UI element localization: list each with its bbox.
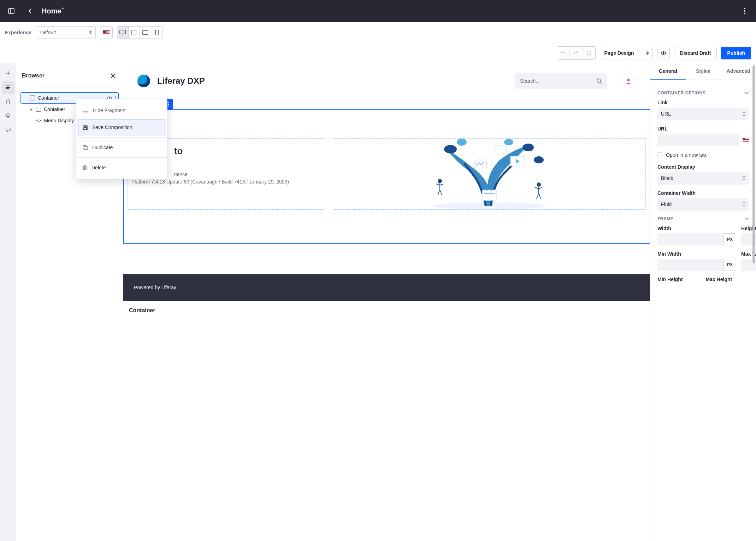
- properties-panel: General Styles Advanced CONTAINER OPTION…: [650, 63, 756, 541]
- save-icon: [82, 124, 88, 130]
- svg-point-38: [168, 102, 169, 103]
- element-tree: − Container + Container <> Menu Display: [16, 88, 123, 130]
- svg-point-46: [534, 156, 544, 163]
- undo-button[interactable]: [557, 47, 570, 59]
- close-icon[interactable]: [109, 71, 117, 80]
- search-icon: [596, 78, 602, 84]
- content-display-label: Content Display: [657, 164, 749, 170]
- max-height-label: Max Height: [706, 277, 749, 282]
- device-preview-group: [117, 26, 163, 39]
- canvas-footer: Powered by Liferay: [123, 274, 650, 301]
- svg-point-45: [504, 139, 513, 145]
- svg-point-51: [438, 179, 442, 183]
- search-input[interactable]: Search...: [515, 73, 607, 89]
- svg-rect-50: [482, 190, 496, 200]
- caret-icon: [743, 112, 745, 116]
- menu-duplicate[interactable]: Duplicate: [76, 139, 167, 156]
- code-icon: <>: [36, 118, 41, 123]
- unit-label[interactable]: PX: [723, 259, 736, 271]
- caret-icon: [743, 176, 745, 180]
- open-new-tab-checkbox[interactable]: Open in a new tab.: [657, 152, 749, 158]
- tab-advanced[interactable]: Advanced: [721, 63, 756, 80]
- svg-point-2: [744, 8, 745, 9]
- container-width-label: Container Width: [657, 190, 749, 196]
- experience-label: Experience: [5, 30, 31, 35]
- rail-browser-button[interactable]: [2, 81, 14, 94]
- url-label: URL: [657, 126, 749, 132]
- back-icon[interactable]: [26, 7, 35, 15]
- discard-draft-button[interactable]: Discard Draft: [674, 47, 717, 59]
- preview-button[interactable]: [657, 47, 670, 59]
- browser-panel: Browser − Container + Container: [16, 63, 123, 541]
- avatar[interactable]: [621, 74, 636, 88]
- svg-rect-17: [6, 128, 10, 131]
- copy-icon: [82, 145, 88, 150]
- hide-icon: [82, 108, 89, 113]
- width-input[interactable]: [657, 233, 723, 245]
- chevron-down-icon: [745, 217, 749, 220]
- device-tablet-button[interactable]: [129, 27, 140, 39]
- svg-point-39: [168, 104, 169, 105]
- canvas: Liferay DXP Search... Container Welcome …: [123, 63, 650, 541]
- history-button[interactable]: [583, 47, 595, 59]
- section-frame[interactable]: FRAME: [657, 216, 749, 221]
- device-phone-button[interactable]: [151, 27, 163, 39]
- properties-tabs: General Styles Advanced: [650, 63, 756, 80]
- context-menu: Hide Fragment Save Composition Duplicate: [76, 99, 167, 179]
- svg-point-4: [744, 13, 745, 14]
- section-container-options[interactable]: CONTAINER OPTIONS: [657, 91, 749, 95]
- mode-select[interactable]: Page Design: [600, 47, 653, 59]
- link-select[interactable]: URL: [657, 107, 749, 120]
- container-width-select[interactable]: Fluid: [657, 198, 749, 211]
- container-icon: [36, 107, 41, 112]
- panel-toggle-icon[interactable]: [7, 7, 16, 15]
- svg-rect-7: [132, 30, 136, 35]
- checkbox-icon: [657, 152, 662, 157]
- width-label: Width: [657, 226, 736, 231]
- rail-design-button[interactable]: [2, 95, 14, 108]
- experience-select[interactable]: Default: [36, 26, 96, 39]
- liferay-logo-icon: [137, 75, 150, 87]
- svg-rect-49: [495, 146, 507, 154]
- add-icon[interactable]: +: [29, 106, 33, 112]
- illustration[interactable]: [333, 138, 646, 210]
- device-desktop-button[interactable]: [117, 27, 129, 39]
- menu-hide-fragment[interactable]: Hide Fragment: [76, 102, 167, 119]
- svg-rect-28: [84, 146, 87, 150]
- unit-label[interactable]: PX: [723, 233, 736, 245]
- content-display-select[interactable]: Block: [657, 172, 749, 185]
- language-button[interactable]: [100, 26, 113, 39]
- chevron-down-icon: [745, 92, 749, 94]
- selection-menu-icon[interactable]: [168, 102, 169, 107]
- page-title: Home*: [42, 7, 64, 15]
- action-toolbar: Page Design Discard Draft Publish: [0, 43, 756, 63]
- flag-us-icon[interactable]: [743, 138, 749, 142]
- publish-button[interactable]: Publish: [721, 47, 751, 59]
- url-input[interactable]: [657, 134, 739, 146]
- tab-general[interactable]: General: [650, 63, 686, 80]
- svg-line-26: [87, 111, 88, 112]
- selected-container[interactable]: Welcome to Liferay Digital Experience Pl…: [123, 109, 650, 244]
- trash-icon: [82, 165, 87, 170]
- rail-fragments-button[interactable]: [2, 67, 14, 80]
- svg-rect-8: [142, 31, 148, 34]
- tab-styles[interactable]: Styles: [686, 63, 721, 80]
- svg-rect-9: [155, 30, 158, 35]
- device-landscape-button[interactable]: [140, 27, 151, 39]
- rail-mapping-button[interactable]: [2, 109, 14, 122]
- svg-rect-0: [8, 8, 14, 13]
- flag-us-icon: [103, 30, 110, 35]
- left-rail: [0, 63, 16, 541]
- scrollbar[interactable]: [752, 65, 756, 278]
- svg-point-42: [444, 145, 457, 153]
- svg-point-31: [627, 79, 630, 81]
- redo-button[interactable]: [570, 47, 583, 59]
- min-width-input[interactable]: [657, 259, 723, 271]
- rail-comments-button[interactable]: [2, 123, 14, 136]
- collapse-icon[interactable]: −: [23, 95, 27, 101]
- menu-delete[interactable]: Delete: [76, 159, 167, 176]
- min-height-label: Min Height: [657, 277, 701, 282]
- svg-point-52: [537, 182, 541, 187]
- menu-save-composition[interactable]: Save Composition: [77, 119, 166, 136]
- more-icon[interactable]: [740, 7, 749, 15]
